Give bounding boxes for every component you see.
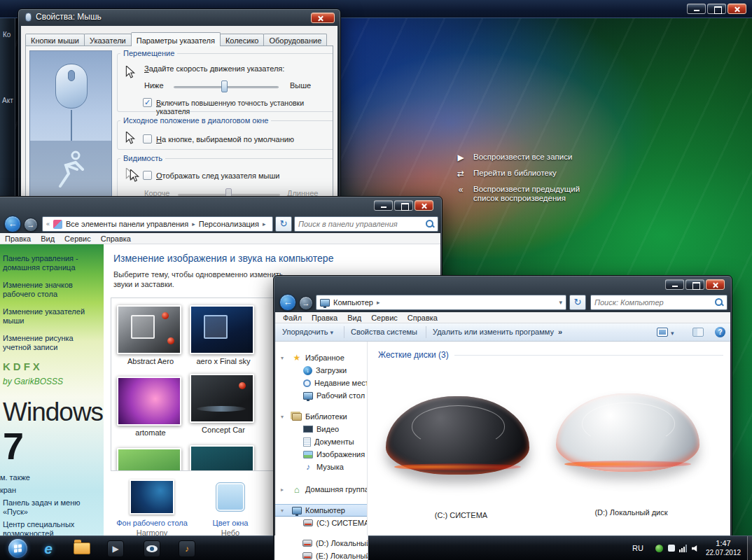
close-button[interactable] (415, 200, 433, 211)
nav-item-pictures[interactable]: Изображения (275, 448, 367, 461)
breadcrumb-root[interactable]: Все элементы панели управления (66, 220, 188, 228)
theme-concept-car[interactable]: Concept Car (190, 374, 257, 434)
window-color-label[interactable]: Цвет окна (199, 519, 262, 527)
nav-item-drive-e[interactable]: (E:) Локальный диск (274, 550, 368, 560)
minimize-button[interactable] (687, 4, 706, 14)
expander-icon[interactable]: ▾ (281, 355, 288, 361)
nav-item-recent-places[interactable]: Недавние места (275, 377, 367, 389)
breadcrumb-separator-icon[interactable]: ▸ (263, 220, 266, 227)
menu-item-play-all[interactable]: ▶ Воспроизвести все записи (455, 153, 595, 162)
breadcrumb-separator-icon[interactable]: ▸ (377, 299, 380, 306)
expander-icon[interactable]: ▾ (281, 414, 288, 420)
drive-item-d[interactable]: (D:) Локальный диск (556, 393, 706, 517)
sidebar-link-desktop-icons[interactable]: Изменение значков рабочего стола (3, 281, 101, 299)
snap-to-label[interactable]: На кнопке, выбираемой по умолчанию (156, 135, 294, 144)
tray-status-icon[interactable] (655, 545, 663, 552)
address-dropdown-icon[interactable]: ▾ (272, 220, 273, 227)
menu-tools[interactable]: Сервис (60, 234, 96, 243)
tab-buttons[interactable]: Кнопки мыши (25, 34, 85, 46)
sidebar-link-mouse-pointers[interactable]: Изменение указателей мыши (3, 307, 101, 326)
mouse-properties-titlebar[interactable]: Свойства: Мышь (25, 12, 102, 22)
theme-abstract-aero[interactable]: Abstract Aero (117, 305, 184, 365)
nav-item-videos[interactable]: Видео (275, 423, 367, 435)
close-button[interactable] (311, 13, 335, 23)
views-dropdown-icon[interactable]: ▾ (671, 330, 674, 337)
help-button[interactable]: ? (715, 327, 725, 337)
menu-tools[interactable]: Сервис (366, 314, 403, 322)
search-input[interactable] (594, 298, 712, 307)
taskbar-explorer[interactable] (71, 539, 92, 558)
theme-partial[interactable] (190, 445, 257, 471)
breadcrumb-current[interactable]: Персонализация (199, 220, 259, 228)
taskbar-photo-viewer[interactable] (141, 539, 162, 558)
forward-button[interactable]: → (299, 296, 313, 310)
expander-icon[interactable]: ▸ (281, 486, 288, 493)
refresh-button[interactable]: ↻ (569, 295, 586, 310)
menu-view[interactable]: Вид (342, 314, 366, 322)
pointer-trail-checkbox[interactable] (143, 171, 152, 180)
back-button[interactable]: ← (279, 294, 296, 311)
theme-aero-x-final-sky[interactable]: aero x Final sky (190, 305, 257, 365)
tab-pointers[interactable]: Указатели (84, 34, 132, 46)
nav-item-drive-d[interactable]: (D:) Локальный диск (274, 537, 368, 550)
snap-to-checkbox[interactable] (143, 134, 152, 144)
search-input[interactable] (298, 220, 423, 228)
nav-item-drive-c[interactable]: (C:) СИСТЕМА (275, 517, 367, 529)
see-also-link-taskbar[interactable]: Панель задач и меню «Пуск» (3, 498, 101, 517)
preview-pane-button[interactable] (692, 328, 704, 338)
address-breadcrumb[interactable]: Компьютер ▸ ▾ (316, 295, 566, 310)
taskbar-music-app[interactable]: ♪ (176, 539, 197, 558)
taskbar-internet-explorer[interactable]: e (38, 539, 59, 558)
maximize-button[interactable] (707, 4, 726, 14)
theme-artomate[interactable]: artomate (117, 377, 184, 437)
organize-button[interactable]: Упорядочить ▾ (282, 328, 333, 336)
close-button[interactable] (706, 279, 725, 290)
close-button[interactable] (727, 4, 746, 14)
minimize-button[interactable] (374, 200, 393, 211)
nav-item-documents[interactable]: Документы (275, 435, 367, 448)
window-color-control[interactable]: Цвет окна Небо (199, 482, 262, 537)
sidebar-link-account-picture[interactable]: Изменение рисунка учетной записи (3, 334, 101, 352)
see-also-link-display[interactable]: Экран (0, 486, 101, 495)
theme-partial[interactable] (117, 448, 184, 471)
tab-wheel[interactable]: Колесико (220, 34, 265, 46)
tray-app-icon[interactable] (668, 545, 675, 552)
enhance-precision-checkbox[interactable]: ✓ (143, 98, 152, 107)
menu-edit[interactable]: Правка (307, 314, 342, 322)
breadcrumb-current[interactable]: Компьютер (333, 298, 373, 307)
toolbar-overflow-chevron[interactable]: » (558, 328, 562, 336)
menu-file[interactable]: Файл (278, 314, 307, 322)
pointer-speed-slider-thumb[interactable] (221, 80, 228, 92)
nav-item-homegroup[interactable]: ▸ ⌂ Домашняя группа (275, 483, 367, 496)
nav-item-favorites[interactable]: ▾ ★ Избранное (275, 351, 367, 364)
uninstall-program-button[interactable]: Удалить или изменить программу (433, 328, 554, 336)
forward-button[interactable]: → (24, 218, 38, 232)
maximize-button[interactable] (685, 279, 704, 290)
sidebar-link-control-panel-home[interactable]: Панель управления - домашняя страница (3, 254, 101, 272)
address-dropdown-icon[interactable]: ▾ (559, 299, 562, 306)
search-icon[interactable] (426, 220, 434, 228)
nav-item-desktop[interactable]: Рабочий стол (275, 389, 367, 402)
breadcrumb-separator-icon[interactable]: ▸ (192, 220, 195, 227)
language-indicator[interactable]: RU (632, 544, 643, 552)
crumb-overflow-icon[interactable]: « (46, 220, 50, 227)
search-icon[interactable] (715, 298, 723, 307)
nav-item-libraries[interactable]: ▾ Библиотеки (275, 410, 367, 423)
show-desktop-button[interactable] (747, 536, 752, 560)
maximize-button[interactable] (394, 200, 413, 211)
group-header-hard-drives[interactable]: Жесткие диски (3) (378, 350, 723, 360)
change-view-button[interactable] (657, 328, 668, 338)
system-properties-button[interactable]: Свойства системы (351, 328, 417, 336)
nav-item-computer[interactable]: ▾ Компьютер (275, 504, 367, 517)
clock[interactable]: 1:47 22.07.2012 (702, 539, 745, 557)
menu-item-go-to-library[interactable]: ⇄ Перейти в библиотеку (455, 169, 595, 178)
desktop-background-control[interactable]: Фон рабочего стола Harmony (111, 479, 193, 537)
menu-edit[interactable]: Правка (0, 234, 36, 243)
menu-help[interactable]: Справка (403, 314, 443, 322)
desktop-background-label[interactable]: Фон рабочего стола (111, 519, 193, 527)
menu-item-play-previous[interactable]: « Воспроизвести предыдущий список воспро… (455, 185, 595, 203)
network-icon[interactable] (679, 545, 687, 552)
volume-icon[interactable] (692, 545, 700, 552)
address-breadcrumb[interactable]: « Все элементы панели управления ▸ Персо… (42, 216, 273, 232)
nav-item-music[interactable]: ♪ Музыка (275, 461, 367, 473)
